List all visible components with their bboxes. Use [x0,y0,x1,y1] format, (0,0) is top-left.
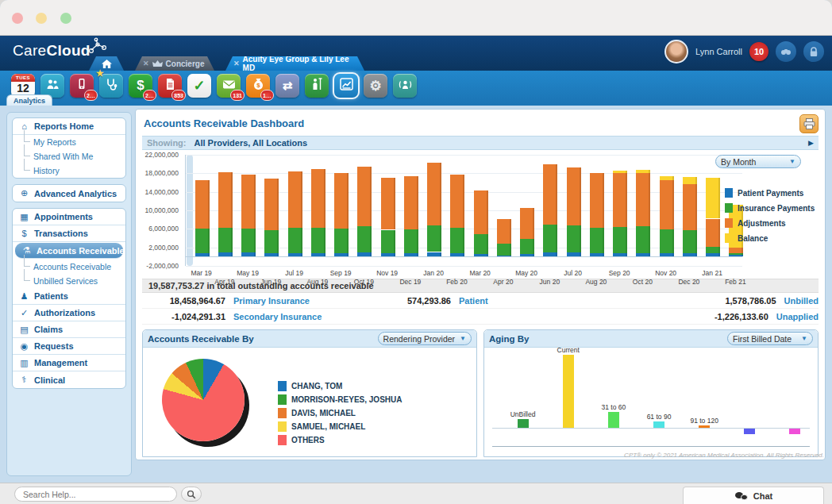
notification-count-badge: 1… [260,90,274,101]
sidebar-item-authorizations[interactable]: ✓Authorizations [13,305,125,321]
adjustments-segment [427,163,441,225]
sidebar-group-3: ▦Appointments$Transactions⚗Accounts Rece… [12,208,126,389]
tasks-check-icon[interactable]: ✓ [187,74,211,98]
y-tick-label: -2,000,000 [146,262,179,270]
balance-segment [636,170,650,173]
unapplied-label[interactable]: Unapplied [776,312,819,321]
primary-insurance-label[interactable]: Primary Insurance [233,296,310,306]
x-tick-label: Oct 20 [633,278,653,286]
insurance-payments-segment [334,229,349,253]
patients-glyph [46,79,59,93]
adjustments-segment [195,180,210,229]
binoculars-icon [780,47,792,56]
patient-label[interactable]: Patient [459,296,488,306]
analytics-chart-glyph [340,78,353,94]
sidebar-item-transactions[interactable]: $Transactions [13,225,125,242]
print-button[interactable] [799,114,819,133]
analytics-chart-icon[interactable] [334,74,358,98]
y-tick-label: 6,000,000 [148,225,179,233]
app-window: CareCloud Lynn Carroll 10 [0,0,832,504]
transactions-icon[interactable]: $2… [129,74,152,98]
showing-label: Showing: [147,138,187,148]
sidebar-item-history[interactable]: History [13,164,125,178]
search-button[interactable] [181,487,202,502]
adjustments-segment [357,167,372,226]
settings-gear-icon[interactable]: ⚙ [364,74,387,98]
unbilled-label[interactable]: Unbilled [784,296,819,306]
pie-legend-item-others: OTHERS [278,435,402,445]
summary-row-1: 18,458,964.67 Primary Insurance 574,293.… [142,293,819,309]
first-billed-date-dropdown[interactable]: First Billed Date ▼ [727,332,813,345]
rendering-provider-dropdown[interactable]: Rendering Provider ▼ [378,332,472,345]
interval-dropdown[interactable]: By Month ▼ [715,155,801,168]
x-tick-label: Nov 19 [376,269,398,277]
sidebar-item-management[interactable]: ▥Management [13,355,125,371]
sidebar-item-label: Management [34,358,87,367]
sidebar-item-claims[interactable]: ▤Claims [13,321,125,338]
patient-care-icon[interactable] [305,74,329,98]
sidebar-item-label: Advanced Analytics [34,189,117,198]
transfers-glyph: ⇄ [283,79,293,93]
user-avatar[interactable] [664,40,688,63]
search-lookup-button[interactable] [776,41,796,62]
maximize-window-button[interactable] [60,13,71,24]
showing-value: All Providers, All Locations [195,138,809,148]
x-tick-label: Aug 20 [585,278,607,286]
tab-acuity-eye-group[interactable]: ✕ Acuity Eye Group & Lily Lee MD [225,56,364,71]
secondary-insurance-label[interactable]: Secondary Insurance [233,312,322,321]
notification-badge[interactable]: 10 [749,42,768,61]
sidebar-item-label: Shared With Me [33,152,93,161]
minimize-window-button[interactable] [36,13,47,24]
sidebar-item-requests[interactable]: ◉Requests [13,338,125,355]
aging-bar-61-to-90 [653,421,664,428]
logo-text-cloud: Cloud [46,42,90,59]
tab-concierge[interactable]: ✕ Concierge [135,56,214,71]
sidebar-item-appointments[interactable]: ▦Appointments [13,209,125,225]
toolbar-icons: TUES122…★$2…853✓131$1…⇄⚙ [11,74,417,98]
insurance-payments-segment [404,229,418,253]
clinical-stethoscope-icon[interactable]: ★ [99,74,123,98]
community-group-icon[interactable] [393,74,417,98]
inbox-messages-icon[interactable]: 131 [217,74,241,98]
search-help-input[interactable] [14,487,177,502]
patient-payments-segment [706,253,720,256]
patient-payments-segment [288,253,302,257]
tab-home[interactable] [89,56,124,71]
insurance-payments-segment [706,247,720,254]
provider-pie-chart [162,359,245,441]
sidebar-item-accounts-receivable[interactable]: ⚗Accounts Receivable [15,243,123,259]
lock-button[interactable] [803,41,824,62]
bottom-panels: Accounts Receivable By Rendering Provide… [142,329,819,457]
close-window-button[interactable] [12,13,23,24]
close-tab-icon[interactable]: ✕ [143,60,149,67]
billing-devices-icon[interactable]: 2… [70,74,94,98]
x-tick-label: Jan 20 [423,269,444,277]
close-tab-icon[interactable]: ✕ [233,60,240,67]
sidebar-item-unbilled-services[interactable]: Unbilled Services [13,274,125,288]
legend-item-patient-payments: Patient Payments [725,188,819,198]
sidebar-item-clinical[interactable]: ⚕Clinical [13,371,125,388]
legend-item-balance: Balance [725,233,819,243]
sidebar-item-patients[interactable]: ♟Patients [13,288,125,305]
patient-payments-segment [264,253,279,257]
pie-legend: CHANG, TOMMORRISON-REYES, JOSHUADAVIS, M… [278,359,402,448]
tab-analytics[interactable]: Analytics [6,94,52,106]
sidebar-item-label: Transactions [34,229,88,238]
dollar-icon: $ [19,229,29,238]
collections-moneybag-icon[interactable]: $1… [246,74,270,98]
sidebar-item-advanced-analytics[interactable]: ⊕Advanced Analytics [13,185,125,202]
chart-plot-area [185,155,742,266]
adjustments-segment [590,173,604,228]
window-titlebar [0,0,832,36]
chat-label: Chat [753,491,772,501]
claims-documents-icon[interactable]: 853 [158,74,182,98]
transfers-icon[interactable]: ⇄ [275,74,299,98]
tasks-check-glyph: ✓ [193,77,205,94]
expand-filter-icon[interactable]: ▶ [808,139,814,147]
legend-label: Balance [738,234,768,243]
chat-button[interactable]: Chat [683,487,824,504]
legend-label: OTHERS [291,436,325,444]
legend-label: Adjustments [738,219,786,228]
aging-bar-31-to-60 [608,412,619,428]
patient-payments-segment [381,253,395,256]
